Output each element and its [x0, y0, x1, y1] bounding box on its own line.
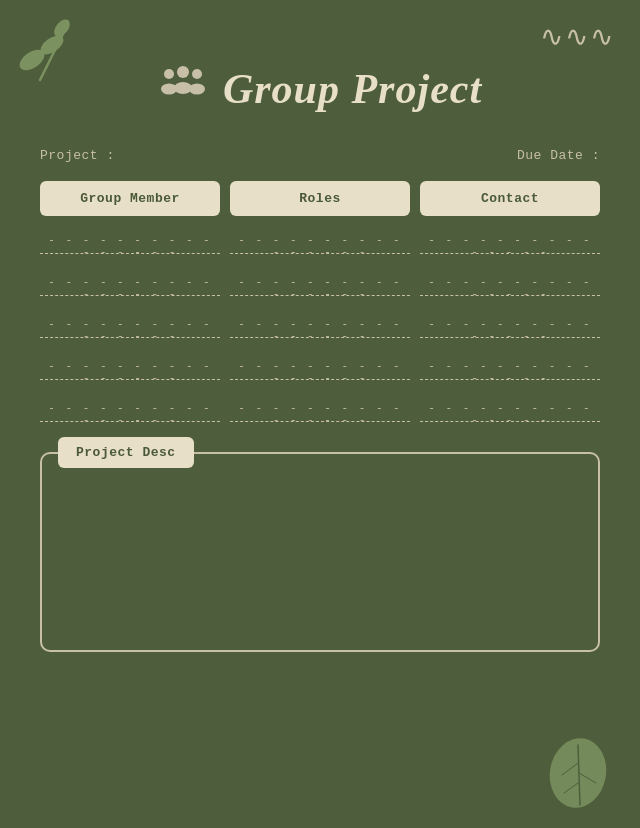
svg-point-4: [177, 66, 189, 78]
leaf-top-left-icon: [10, 10, 90, 90]
th-group-member: Group Member: [40, 181, 220, 216]
row3-role: - - - - - - - - - - - - - - - -: [230, 318, 410, 338]
row5-member: - - - - - - - - - - - - - - - -: [40, 402, 220, 422]
row4-role: - - - - - - - - - - - - - - - -: [230, 360, 410, 380]
table-header: Group Member Roles Contact: [40, 181, 600, 216]
meta-row: Project : Due Date :: [40, 148, 600, 163]
svg-point-8: [192, 69, 202, 79]
description-label: Project Desc: [58, 437, 194, 468]
row5-role: - - - - - - - - - - - - - - - -: [230, 402, 410, 422]
row2-contact: - - - - - - - - - - - - - - -: [420, 276, 600, 296]
row2-member: - - - - - - - - - - - - - - - -: [40, 276, 220, 296]
row1-contact: - - - - - - - - - - - - - - -: [420, 234, 600, 254]
table-row: - - - - - - - - - - - - - - - - - - - - …: [40, 360, 600, 380]
row2-role: - - - - - - - - - - - - - - - -: [230, 276, 410, 296]
row4-contact: - - - - - - - - - - - - - - -: [420, 360, 600, 380]
project-label: Project :: [40, 148, 115, 163]
description-section: Project Desc: [40, 452, 600, 652]
table-body: - - - - - - - - - - - - - - - - - - - - …: [40, 234, 600, 422]
page-title: Group Project: [223, 65, 482, 113]
due-date-label: Due Date :: [517, 148, 600, 163]
table-row: - - - - - - - - - - - - - - - - - - - - …: [40, 402, 600, 422]
group-icon: [158, 60, 208, 118]
row3-member: - - - - - - - - - - - - - - - -: [40, 318, 220, 338]
page: ∿∿∿ Group Project Project : Due Date : G…: [0, 0, 640, 828]
leaf-bottom-right-icon: [540, 733, 620, 813]
description-box[interactable]: [40, 452, 600, 652]
wave-decoration: ∿∿∿: [540, 20, 615, 54]
svg-point-6: [164, 69, 174, 79]
table-row: - - - - - - - - - - - - - - - - - - - - …: [40, 318, 600, 338]
th-contact: Contact: [420, 181, 600, 216]
row5-contact: - - - - - - - - - - - - - - -: [420, 402, 600, 422]
row4-member: - - - - - - - - - - - - - - - -: [40, 360, 220, 380]
table-row: - - - - - - - - - - - - - - - - - - - - …: [40, 276, 600, 296]
row3-contact: - - - - - - - - - - - - - - -: [420, 318, 600, 338]
row1-member: - - - - - - - - - - - - - - - -: [40, 234, 220, 254]
th-roles: Roles: [230, 181, 410, 216]
header: Group Project: [40, 60, 600, 118]
row1-role: - - - - - - - - - - - - - - - -: [230, 234, 410, 254]
svg-point-9: [189, 84, 205, 95]
svg-point-7: [161, 84, 177, 95]
table-row: - - - - - - - - - - - - - - - - - - - - …: [40, 234, 600, 254]
